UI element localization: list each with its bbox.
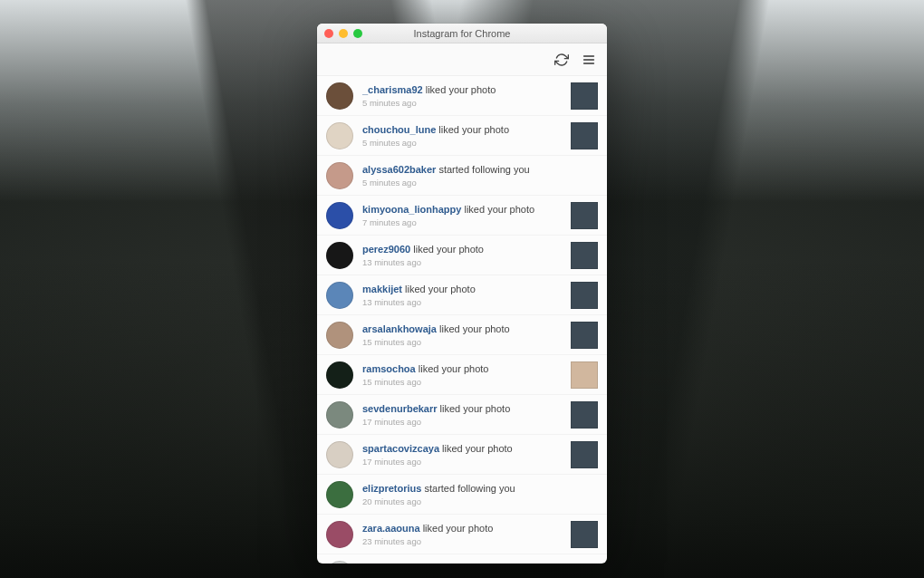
- action-text: liked your photo: [410, 244, 484, 255]
- photo-thumbnail[interactable]: [571, 361, 598, 389]
- notification-text: makkijet liked your photo13 minutes ago: [362, 283, 562, 308]
- photo-thumbnail[interactable]: [571, 521, 598, 548]
- notification-line: perez9060 liked your photo: [362, 243, 562, 256]
- username-link[interactable]: alyssa602baker: [362, 164, 436, 175]
- timestamp: 5 minutes ago: [362, 178, 598, 188]
- timestamp: 13 minutes ago: [362, 297, 562, 307]
- action-text: liked your photo: [436, 124, 509, 135]
- action-text: liked your photo: [423, 84, 496, 95]
- username-link[interactable]: chouchou_lune: [362, 124, 436, 135]
- notification-row[interactable]: alyssa602baker started following you5 mi…: [317, 156, 607, 196]
- notification-row[interactable]: sevdenurbekarr liked your photo17 minute…: [317, 395, 607, 435]
- avatar[interactable]: [326, 361, 353, 389]
- notification-text: sevdenurbekarr liked your photo17 minute…: [362, 402, 562, 428]
- notification-line: arsalankhowaja liked your photo: [362, 323, 562, 336]
- notification-line: elizpretorius started following you: [362, 482, 598, 496]
- username-link[interactable]: elizpretorius: [362, 483, 421, 494]
- username-link[interactable]: arsalankhowaja: [362, 323, 437, 334]
- username-link[interactable]: makkijet: [362, 284, 402, 294]
- action-text: liked your photo: [461, 204, 534, 215]
- maximize-icon[interactable]: [353, 29, 362, 38]
- notification-text: elizpretorius started following you20 mi…: [362, 482, 598, 507]
- notification-row[interactable]: elizpretorius started following you20 mi…: [317, 475, 607, 515]
- toolbar: [317, 43, 607, 76]
- timestamp: 5 minutes ago: [362, 138, 562, 148]
- titlebar[interactable]: Instagram for Chrome: [317, 24, 607, 43]
- username-link[interactable]: _charisma92: [362, 84, 423, 95]
- action-text: liked your photo: [402, 284, 476, 294]
- notification-line: spartacovizcaya liked your photo: [362, 442, 562, 456]
- avatar[interactable]: [326, 401, 353, 429]
- notification-row[interactable]: zara.aaouna liked your photo23 minutes a…: [317, 515, 607, 554]
- notification-line: chouchou_lune liked your photo: [362, 123, 562, 137]
- photo-thumbnail[interactable]: [571, 82, 598, 110]
- action-text: liked your photo: [416, 363, 489, 374]
- timestamp: 15 minutes ago: [362, 337, 562, 347]
- photo-thumbnail[interactable]: [571, 322, 598, 349]
- action-text: liked your photo: [420, 523, 494, 534]
- avatar[interactable]: [326, 521, 353, 548]
- photo-thumbnail[interactable]: [571, 441, 598, 468]
- notification-row[interactable]: javieruphotography started following you…: [317, 554, 607, 564]
- photo-thumbnail[interactable]: [571, 242, 598, 269]
- action-text: started following you: [421, 483, 515, 494]
- notification-list[interactable]: _charisma92 liked your photo5 minutes ag…: [317, 76, 607, 564]
- notification-row[interactable]: spartacovizcaya liked your photo17 minut…: [317, 435, 607, 475]
- avatar[interactable]: [326, 122, 353, 149]
- notification-row[interactable]: arsalankhowaja liked your photo15 minute…: [317, 315, 607, 355]
- timestamp: 17 minutes ago: [362, 417, 562, 427]
- username-link[interactable]: ramsochoa: [362, 363, 416, 374]
- username-link[interactable]: kimyoona_lionhappy: [362, 204, 461, 215]
- timestamp: 15 minutes ago: [362, 377, 562, 387]
- avatar[interactable]: [326, 162, 353, 189]
- photo-thumbnail[interactable]: [571, 122, 598, 149]
- username-link[interactable]: perez9060: [362, 244, 410, 255]
- timestamp: 7 minutes ago: [362, 217, 562, 227]
- notification-row[interactable]: ramsochoa liked your photo15 minutes ago: [317, 355, 607, 395]
- photo-thumbnail[interactable]: [571, 282, 598, 309]
- avatar[interactable]: [326, 202, 353, 229]
- notification-text: kimyoona_lionhappy liked your photo7 min…: [362, 203, 562, 228]
- notification-line: zara.aaouna liked your photo: [362, 522, 562, 535]
- avatar[interactable]: [326, 322, 353, 349]
- timestamp: 5 minutes ago: [362, 98, 562, 108]
- notification-row[interactable]: kimyoona_lionhappy liked your photo7 min…: [317, 196, 607, 236]
- username-link[interactable]: spartacovizcaya: [362, 443, 439, 454]
- avatar[interactable]: [326, 82, 353, 110]
- action-text: liked your photo: [437, 323, 510, 334]
- notification-text: perez9060 liked your photo13 minutes ago: [362, 243, 562, 268]
- avatar[interactable]: [326, 481, 353, 508]
- photo-thumbnail[interactable]: [571, 202, 598, 229]
- notification-row[interactable]: perez9060 liked your photo13 minutes ago: [317, 236, 607, 275]
- notification-text: zara.aaouna liked your photo23 minutes a…: [362, 522, 562, 547]
- avatar[interactable]: [326, 561, 353, 564]
- username-link[interactable]: sevdenurbekarr: [362, 403, 438, 414]
- notification-row[interactable]: _charisma92 liked your photo5 minutes ag…: [317, 76, 607, 116]
- notification-text: alyssa602baker started following you5 mi…: [362, 163, 598, 188]
- menu-icon[interactable]: [582, 53, 596, 67]
- timestamp: 20 minutes ago: [362, 496, 598, 506]
- notification-text: chouchou_lune liked your photo5 minutes …: [362, 123, 562, 149]
- notification-text: ramsochoa liked your photo15 minutes ago: [362, 362, 562, 388]
- notification-row[interactable]: chouchou_lune liked your photo5 minutes …: [317, 116, 607, 156]
- notification-line: sevdenurbekarr liked your photo: [362, 402, 562, 416]
- action-text: started following you: [436, 164, 529, 175]
- app-window: Instagram for Chrome _charisma92 liked y…: [317, 24, 607, 564]
- minimize-icon[interactable]: [339, 29, 348, 38]
- photo-thumbnail[interactable]: [571, 401, 598, 429]
- timestamp: 17 minutes ago: [362, 457, 562, 467]
- notification-line: _charisma92 liked your photo: [362, 83, 562, 97]
- notification-text: arsalankhowaja liked your photo15 minute…: [362, 323, 562, 348]
- avatar[interactable]: [326, 242, 353, 269]
- username-link[interactable]: zara.aaouna: [362, 523, 420, 534]
- avatar[interactable]: [326, 282, 353, 309]
- username-link[interactable]: javieruphotography: [362, 563, 456, 564]
- close-icon[interactable]: [324, 29, 333, 38]
- notification-text: spartacovizcaya liked your photo17 minut…: [362, 442, 562, 467]
- notification-row[interactable]: makkijet liked your photo13 minutes ago: [317, 275, 607, 315]
- action-text: liked your photo: [439, 443, 513, 454]
- notification-line: alyssa602baker started following you: [362, 163, 598, 177]
- refresh-icon[interactable]: [554, 53, 569, 67]
- window-traffic-lights: [324, 29, 362, 38]
- avatar[interactable]: [326, 441, 353, 468]
